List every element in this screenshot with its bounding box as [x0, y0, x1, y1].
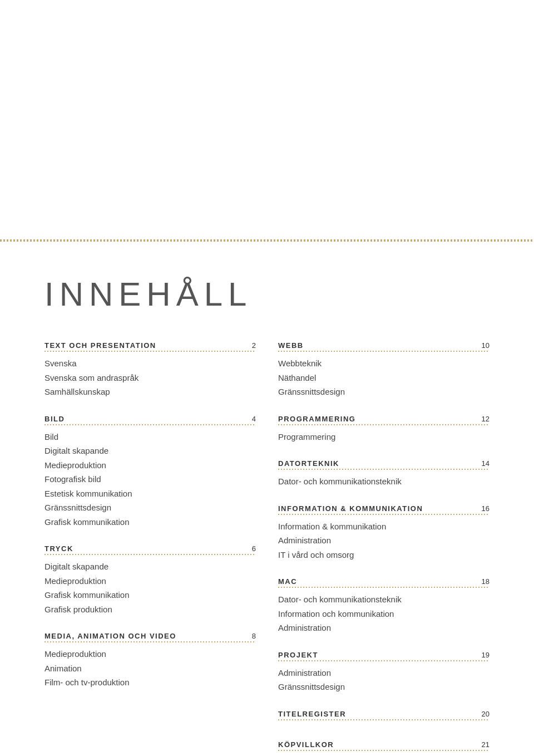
list-item: Estetisk kommunikation [44, 487, 256, 501]
section-heading-text-och-presentation: TEXT OCH PRESENTATION [44, 341, 156, 350]
section-kopvillkor: KÖPVILLKOR21 [278, 740, 490, 755]
section-webb: WEBB10WebbteknikNäthandelGränssnittsdesi… [278, 341, 490, 399]
section-items-text-och-presentation: SvenskaSvenska som andraspråkSamhällskun… [44, 356, 256, 399]
list-item: Samhällskunskap [44, 385, 256, 399]
list-item: Animation [44, 661, 256, 676]
list-item: Film- och tv-produktion [44, 675, 256, 690]
list-item: Administration [278, 533, 490, 548]
section-underline-text-och-presentation [44, 351, 256, 352]
section-heading-programmering: PROGRAMMERING [278, 415, 355, 423]
section-underline-kopvillkor [278, 750, 490, 751]
list-item: Dator- och kommunikationsteknik [278, 592, 490, 607]
section-number-projekt: 19 [482, 651, 490, 659]
section-heading-media-animation: MEDIA, ANIMATION OCH VIDEO [44, 632, 176, 640]
list-item: Bild [44, 430, 256, 444]
section-number-mac: 18 [482, 577, 490, 586]
list-item: Grafisk produktion [44, 602, 256, 617]
section-datorteknik: DATORTEKNIK14Dator- och kommunikationste… [278, 459, 490, 489]
section-items-tryck: Digitalt skapandeMedieproduktionGrafisk … [44, 559, 256, 616]
section-items-programmering: Programmering [278, 430, 490, 444]
page: INNEHÅLL TEXT OCH PRESENTATION2SvenskaSv… [0, 239, 534, 756]
section-information-kommunikation: INFORMATION & KOMMUNIKATION16Information… [278, 504, 490, 562]
list-item: Programmering [278, 430, 490, 444]
list-item: Svenska [44, 356, 256, 371]
list-item: Administration [278, 621, 490, 635]
section-text-och-presentation: TEXT OCH PRESENTATION2SvenskaSvenska som… [44, 341, 256, 399]
section-underline-bild [44, 424, 256, 425]
section-items-projekt: AdministrationGränssnittsdesign [278, 666, 490, 694]
section-programmering: PROGRAMMERING12Programmering [278, 415, 490, 444]
section-underline-mac [278, 587, 490, 588]
list-item: Grafisk kommunikation [44, 588, 256, 602]
list-item: Svenska som andraspråk [44, 371, 256, 385]
list-item: Medieproduktion [44, 574, 256, 588]
left-column: TEXT OCH PRESENTATION2SvenskaSvenska som… [44, 341, 256, 756]
section-items-mac: Dator- och kommunikationsteknikInformati… [278, 592, 490, 635]
section-number-tryck: 6 [252, 544, 256, 553]
section-underline-datorteknik [278, 469, 490, 470]
list-item: Medieproduktion [44, 647, 256, 661]
section-underline-media-animation [44, 641, 256, 642]
section-underline-programmering [278, 424, 490, 425]
section-number-media-animation: 8 [252, 632, 256, 640]
section-items-datorteknik: Dator- och kommunikationsteknik [278, 474, 490, 489]
section-bild: BILD4BildDigitalt skapandeMedieproduktio… [44, 415, 256, 529]
two-column-layout: TEXT OCH PRESENTATION2SvenskaSvenska som… [44, 341, 490, 756]
section-heading-titelregister: TITELREGISTER [278, 710, 346, 718]
list-item: Information & kommunikation [278, 519, 490, 534]
section-items-media-animation: MedieproduktionAnimationFilm- och tv-pro… [44, 647, 256, 690]
section-tryck: TRYCK6Digitalt skapandeMedieproduktionGr… [44, 544, 256, 616]
list-item: Gränssnittsdesign [278, 385, 490, 399]
list-item: Medieproduktion [44, 458, 256, 473]
list-item: IT i vård och omsorg [278, 548, 490, 562]
section-underline-projekt [278, 660, 490, 661]
list-item: Grafisk kommunikation [44, 515, 256, 529]
section-number-datorteknik: 14 [482, 459, 490, 468]
section-heading-bild: BILD [44, 415, 65, 423]
section-heading-kopvillkor: KÖPVILLKOR [278, 740, 334, 749]
section-heading-projekt: PROJEKT [278, 651, 318, 659]
section-items-information-kommunikation: Information & kommunikationAdministratio… [278, 519, 490, 562]
section-number-text-och-presentation: 2 [252, 341, 256, 350]
section-number-kopvillkor: 21 [482, 740, 490, 749]
list-item: Gränssnittsdesign [44, 500, 256, 515]
section-number-webb: 10 [482, 341, 490, 350]
section-mac: MAC18Dator- och kommunikationsteknikInfo… [278, 577, 490, 635]
list-item: Information och kommunikation [278, 607, 490, 621]
list-item: Fotografisk bild [44, 472, 256, 487]
section-heading-information-kommunikation: INFORMATION & KOMMUNIKATION [278, 504, 423, 513]
right-column: WEBB10WebbteknikNäthandelGränssnittsdesi… [278, 341, 490, 756]
list-item: Gränssnittsdesign [278, 680, 490, 694]
content-area: INNEHÅLL TEXT OCH PRESENTATION2SvenskaSv… [0, 242, 534, 756]
list-item: Dator- och kommunikationsteknik [278, 474, 490, 489]
section-underline-information-kommunikation [278, 514, 490, 515]
section-underline-tryck [44, 554, 256, 555]
section-media-animation: MEDIA, ANIMATION OCH VIDEO8Medieprodukti… [44, 632, 256, 690]
list-item: Digitalt skapande [44, 444, 256, 458]
list-item: Näthandel [278, 371, 490, 385]
section-underline-titelregister [278, 719, 490, 720]
section-projekt: PROJEKT19AdministrationGränssnittsdesign [278, 651, 490, 694]
section-number-programmering: 12 [482, 415, 490, 423]
list-item: Digitalt skapande [44, 559, 256, 574]
section-items-bild: BildDigitalt skapandeMedieproduktionFoto… [44, 430, 256, 529]
section-heading-webb: WEBB [278, 341, 304, 350]
section-heading-datorteknik: DATORTEKNIK [278, 459, 339, 468]
list-item: Administration [278, 666, 490, 680]
section-number-titelregister: 20 [482, 710, 490, 718]
page-title: INNEHÅLL [44, 275, 490, 313]
section-heading-mac: MAC [278, 577, 297, 586]
section-items-webb: WebbteknikNäthandelGränssnittsdesign [278, 356, 490, 399]
section-titelregister: TITELREGISTER20 [278, 710, 490, 725]
section-underline-webb [278, 351, 490, 352]
section-heading-tryck: TRYCK [44, 544, 73, 553]
list-item: Webbteknik [278, 356, 490, 371]
section-number-information-kommunikation: 16 [482, 504, 490, 513]
section-number-bild: 4 [252, 415, 256, 423]
